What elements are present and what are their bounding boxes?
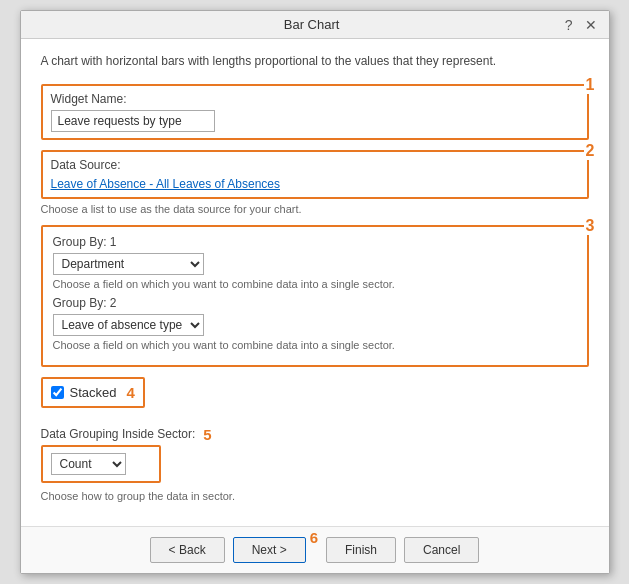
stacked-label[interactable]: Stacked — [70, 385, 117, 400]
step-4-badge: 4 — [126, 384, 134, 401]
stacked-box: Stacked 4 — [41, 377, 145, 408]
group-by-1-row: Department Leave of absence type Status … — [53, 253, 577, 275]
cancel-button[interactable]: Cancel — [404, 537, 479, 563]
data-source-label: Data Source: — [51, 158, 579, 172]
close-button[interactable]: ✕ — [583, 18, 599, 32]
group-by-1-label: Group By: 1 — [53, 235, 577, 249]
step-2-badge: 2 — [584, 142, 597, 160]
data-grouping-hint: Choose how to group the data in sector. — [41, 490, 589, 502]
group-by-2-select[interactable]: Department Leave of absence type Status … — [53, 314, 204, 336]
group-by-2-hint: Choose a field on which you want to comb… — [53, 339, 577, 351]
data-grouping-label: Data Grouping Inside Sector: — [41, 427, 196, 441]
step-3-badge: 3 — [584, 217, 597, 235]
title-actions: ? ✕ — [563, 18, 599, 32]
data-source-section: Data Source: Leave of Absence - All Leav… — [41, 150, 589, 215]
data-source-hint: Choose a list to use as the data source … — [41, 203, 589, 215]
data-source-link[interactable]: Leave of Absence - All Leaves of Absence… — [51, 177, 281, 191]
group-by-box: 3 Group By: 1 Department Leave of absenc… — [41, 225, 589, 367]
step-5-badge: 5 — [203, 426, 211, 443]
bar-chart-dialog: Bar Chart ? ✕ A chart with horizontal ba… — [20, 10, 610, 574]
dialog-title-bar: Bar Chart ? ✕ — [21, 11, 609, 39]
next-button[interactable]: Next > — [233, 537, 306, 563]
widget-name-input[interactable] — [51, 110, 215, 132]
dialog-description: A chart with horizontal bars with length… — [41, 53, 589, 70]
widget-name-box: Widget Name: 1 — [41, 84, 589, 140]
data-grouping-section: Data Grouping Inside Sector: 5 Count Sum… — [41, 426, 589, 502]
data-source-box: Data Source: Leave of Absence - All Leav… — [41, 150, 589, 199]
help-button[interactable]: ? — [563, 18, 575, 32]
finish-button[interactable]: Finish — [326, 537, 396, 563]
dialog-footer: < Back Next >6 Finish Cancel — [21, 526, 609, 573]
group-by-2-label: Group By: 2 — [53, 296, 577, 310]
data-grouping-select[interactable]: Count Sum Average — [51, 453, 126, 475]
widget-name-label: Widget Name: — [51, 92, 579, 106]
group-by-1-hint: Choose a field on which you want to comb… — [53, 278, 577, 290]
step-6-badge: 6 — [310, 529, 318, 546]
dialog-body: A chart with horizontal bars with length… — [21, 39, 609, 526]
group-by-2-row: Department Leave of absence type Status … — [53, 314, 577, 336]
group-by-1-select[interactable]: Department Leave of absence type Status … — [53, 253, 204, 275]
dialog-title: Bar Chart — [61, 17, 563, 32]
back-button[interactable]: < Back — [150, 537, 225, 563]
stacked-checkbox[interactable] — [51, 386, 64, 399]
widget-name-section: Widget Name: 1 — [41, 84, 589, 140]
data-grouping-box: Count Sum Average — [41, 445, 161, 483]
step-1-badge: 1 — [584, 76, 597, 94]
group-by-section: 3 Group By: 1 Department Leave of absenc… — [41, 225, 589, 367]
stacked-section: Stacked 4 — [41, 377, 589, 416]
